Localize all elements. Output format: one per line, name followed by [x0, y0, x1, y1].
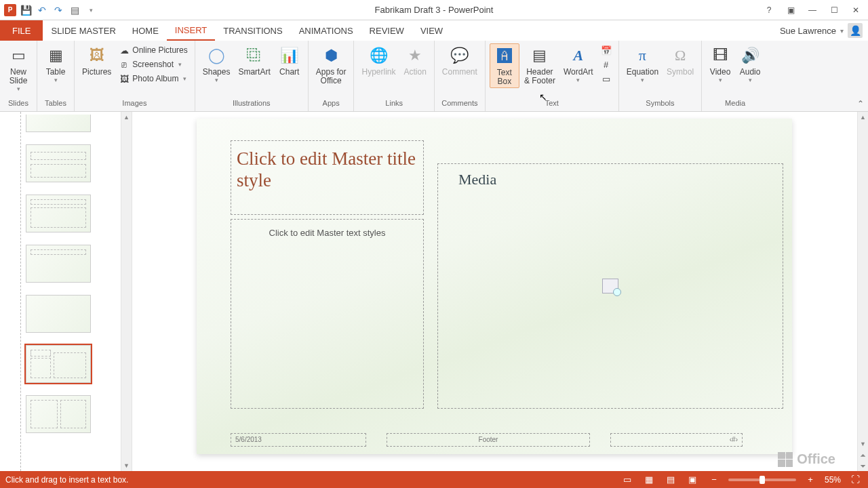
pictures-button[interactable]: 🖼 Pictures [79, 43, 115, 78]
slide-number-placeholder[interactable]: ‹#› [610, 433, 743, 447]
body-placeholder-text: Click to edit Master text styles [231, 220, 423, 246]
zoom-slider[interactable] [728, 479, 796, 481]
wordart-button[interactable]: A WordArt ▾ [560, 43, 597, 85]
redo-button[interactable]: ↷ [52, 3, 65, 17]
save-button[interactable]: 💾 [19, 3, 33, 17]
shapes-button[interactable]: ◯ Shapes ▾ [199, 43, 234, 85]
ribbon-tabs: FILE SLIDE MASTER HOME INSERT TRANSITION… [0, 20, 868, 41]
new-slide-button[interactable]: ▭ New Slide ▾ [4, 43, 33, 94]
workspace: ▲ ▼ Click to edit Master title style Cli… [0, 112, 868, 471]
chart-icon: 📊 [279, 45, 300, 66]
layout-thumbnail[interactable] [26, 115, 91, 132]
tab-transitions[interactable]: TRANSITIONS [215, 20, 290, 41]
scroll-down-icon[interactable]: ▼ [121, 460, 132, 471]
ribbon-display-button[interactable]: ▣ [784, 3, 797, 17]
action-button: ★ Action [401, 43, 430, 78]
user-avatar-icon[interactable]: 👤 [848, 23, 863, 38]
slide-sorter-button[interactable]: ▦ [642, 474, 656, 486]
photo-album-button[interactable]: 🖼Photo Album▾ [116, 72, 190, 85]
header-footer-button[interactable]: ▤ Header & Footer [521, 43, 559, 87]
scroll-up-icon[interactable]: ▲ [858, 112, 868, 123]
title-bar: P 💾 ↶ ↷ ▤ ▾ Fabrikam Draft 3 - PowerPoin… [0, 0, 868, 20]
media-placeholder[interactable]: Media [437, 163, 783, 409]
account-area: Sue Lawrence ▾ 👤 [780, 20, 868, 41]
tab-file[interactable]: FILE [0, 20, 43, 41]
header-footer-icon: ▤ [529, 45, 551, 66]
user-name[interactable]: Sue Lawrence [780, 26, 836, 36]
smartart-icon: ⿻ [243, 45, 265, 66]
slideshow-button[interactable]: ▣ [685, 474, 700, 486]
body-placeholder[interactable]: Click to edit Master text styles [231, 219, 424, 409]
maximize-button[interactable]: ☐ [827, 3, 841, 17]
date-placeholder[interactable]: 5/6/2013 [231, 433, 366, 447]
date-time-button[interactable]: 📅 [598, 43, 614, 57]
equation-button[interactable]: π Equation ▾ [623, 43, 662, 85]
collapse-ribbon-button[interactable]: ⌃ [857, 99, 864, 108]
media-insert-icon[interactable] [602, 279, 618, 293]
layout-thumbnail[interactable] [26, 395, 91, 433]
chart-button[interactable]: 📊 Chart [275, 43, 304, 78]
ribbon-group-links: 🌐 Hyperlink ★ Action Links [354, 41, 434, 111]
user-menu-chevron-icon[interactable]: ▾ [840, 27, 844, 35]
smartart-button[interactable]: ⿻ SmartArt [235, 43, 273, 78]
layout-thumbnail-selected[interactable] [26, 345, 91, 383]
qat-customize-icon[interactable]: ▾ [84, 3, 98, 17]
thumbnails-scrollbar[interactable]: ▲ ▼ [121, 112, 132, 471]
object-icon: ▭ [601, 73, 612, 84]
audio-button[interactable]: 🔊 Audio ▾ [736, 43, 764, 85]
zoom-level[interactable]: 55% [825, 475, 841, 485]
new-slide-icon: ▭ [7, 45, 29, 66]
start-from-beginning-button[interactable]: ▤ [68, 3, 81, 17]
layout-thumbnail[interactable] [26, 144, 91, 182]
canvas-scrollbar[interactable]: ▲ ▼ ⏶ ⏷ [857, 112, 868, 471]
scrollbar-track[interactable] [121, 123, 132, 460]
tab-insert[interactable]: INSERT [167, 20, 215, 41]
date-time-icon: 📅 [601, 45, 612, 56]
next-slide-icon[interactable]: ⏷ [858, 460, 868, 471]
normal-view-button[interactable]: ▭ [620, 474, 635, 486]
office-logo-icon [778, 452, 793, 467]
scroll-down-icon[interactable]: ▼ [858, 439, 868, 449]
tab-animations[interactable]: ANIMATIONS [291, 20, 361, 41]
office-watermark: Office [778, 451, 835, 467]
hyperlink-button: 🌐 Hyperlink [358, 43, 399, 78]
video-icon: 🎞 [709, 45, 731, 66]
layout-thumbnail[interactable] [26, 195, 91, 232]
title-placeholder[interactable]: Click to edit Master title style [231, 140, 424, 215]
title-placeholder-text: Click to edit Master title style [231, 141, 423, 199]
status-message: Click and drag to insert a text box. [5, 475, 128, 485]
text-box-button[interactable]: 🅰 Text Box [490, 43, 519, 88]
screenshot-button[interactable]: ⎚Screenshot▾ [116, 58, 190, 71]
slide-number-button[interactable]: # [598, 58, 614, 71]
undo-button[interactable]: ↶ [35, 3, 49, 17]
zoom-out-button[interactable]: − [707, 474, 722, 486]
slide-master-canvas[interactable]: Click to edit Master title style Click t… [197, 119, 792, 454]
help-button[interactable]: ? [762, 3, 776, 17]
table-button[interactable]: ▦ Table ▾ [41, 43, 70, 85]
tab-home[interactable]: HOME [124, 20, 167, 41]
layout-thumbnail[interactable] [26, 295, 91, 333]
scroll-up-icon[interactable]: ▲ [121, 112, 132, 123]
action-icon: ★ [404, 45, 426, 66]
reading-view-button[interactable]: ▤ [663, 474, 678, 486]
online-pictures-icon: ☁ [119, 45, 130, 56]
tab-view[interactable]: VIEW [412, 20, 451, 41]
tab-slide-master[interactable]: SLIDE MASTER [43, 20, 123, 41]
wordart-icon: A [568, 45, 589, 66]
zoom-in-button[interactable]: + [803, 474, 818, 486]
hyperlink-icon: 🌐 [368, 45, 389, 66]
equation-icon: π [631, 45, 653, 66]
fit-to-window-button[interactable]: ⛶ [848, 474, 863, 486]
object-button[interactable]: ▭ [598, 72, 614, 85]
text-extras: 📅 # ▭ [598, 43, 614, 84]
online-pictures-button[interactable]: ☁Online Pictures [116, 43, 190, 57]
minimize-button[interactable]: — [806, 3, 819, 17]
tab-review[interactable]: REVIEW [361, 20, 412, 41]
apps-for-office-button[interactable]: ⬢ Apps for Office [313, 43, 350, 87]
quick-access-toolbar: P 💾 ↶ ↷ ▤ ▾ [0, 3, 102, 17]
footer-placeholder[interactable]: Footer [387, 433, 590, 447]
layout-thumbnail[interactable] [26, 245, 91, 283]
previous-slide-icon[interactable]: ⏶ [858, 449, 868, 460]
close-button[interactable]: ✕ [849, 3, 863, 17]
video-button[interactable]: 🎞 Video ▾ [706, 43, 734, 85]
